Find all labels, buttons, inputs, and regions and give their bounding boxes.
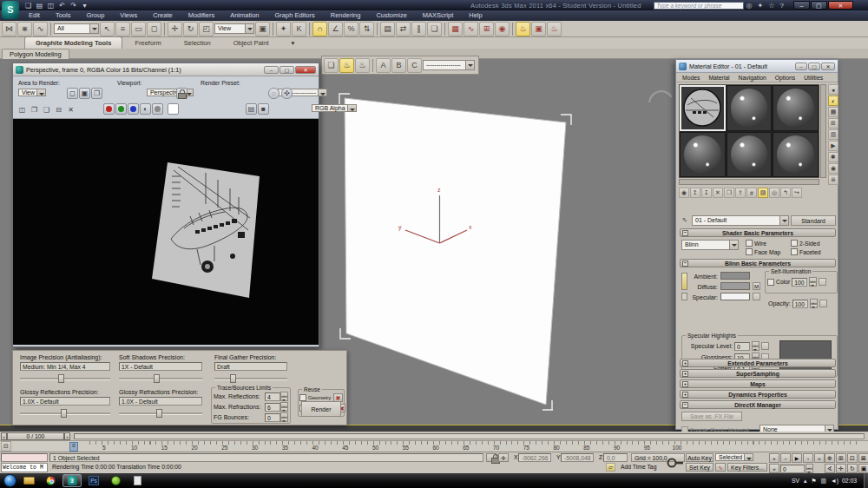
fg-bounces-field[interactable]: 0 bbox=[265, 413, 280, 422]
me-horizontal-scrollbar[interactable] bbox=[679, 179, 819, 185]
alpha-channel-icon[interactable] bbox=[152, 103, 163, 115]
sample-slot-1-selected[interactable] bbox=[680, 85, 726, 131]
taskbar-chrome-icon[interactable] bbox=[41, 474, 60, 487]
exposure-control-icon[interactable]: ■ bbox=[258, 103, 269, 115]
show-map-in-viewport-icon[interactable]: ▨ bbox=[758, 188, 768, 198]
diffuse-color-swatch[interactable] bbox=[720, 282, 750, 290]
time-tag-icon[interactable]: ▱ bbox=[606, 463, 615, 472]
unlink-selection-icon[interactable]: ⋇ bbox=[17, 22, 32, 36]
me-close-button[interactable]: ✕ bbox=[821, 63, 835, 70]
set-key-button[interactable]: Set Key bbox=[686, 463, 713, 472]
me-vertical-scrollbar[interactable] bbox=[820, 84, 826, 178]
specular-level-map-button[interactable] bbox=[761, 342, 769, 350]
favorites-icon[interactable]: ☆ bbox=[768, 2, 774, 10]
material-editor-icon[interactable]: ◉ bbox=[495, 22, 510, 36]
tab-freeform[interactable]: Freeform bbox=[124, 37, 171, 49]
show-end-result-icon[interactable]: ◎ bbox=[769, 188, 779, 198]
me-menu-utilities[interactable]: Utilities bbox=[799, 75, 827, 81]
zoom-extents-icon[interactable]: ⊡ bbox=[847, 453, 858, 463]
green-channel-icon[interactable] bbox=[115, 103, 127, 115]
zoom-icon[interactable]: ⊕ bbox=[825, 453, 835, 463]
subtab-polygon-modeling[interactable]: Polygon Modeling bbox=[2, 49, 69, 59]
fg-bounces-spinner[interactable] bbox=[280, 412, 288, 422]
zoom-all-icon[interactable]: ⊞ bbox=[836, 453, 846, 463]
percent-snap-icon[interactable]: % bbox=[344, 22, 358, 36]
soft-shadows-slider[interactable] bbox=[119, 374, 202, 383]
color-correction-icon[interactable]: ▤ bbox=[246, 103, 257, 115]
material-type-button[interactable]: Standard bbox=[791, 215, 836, 226]
search-icon[interactable]: ◎ bbox=[746, 2, 753, 10]
auto-region-icon[interactable]: ▣ bbox=[79, 88, 90, 99]
key-filters-button[interactable]: Key Filters... bbox=[727, 463, 767, 472]
specular-map-button[interactable] bbox=[753, 293, 760, 300]
material-name-dropdown[interactable]: 01 - Default bbox=[692, 215, 789, 226]
opacity-value-field[interactable]: 100 bbox=[792, 300, 808, 308]
me-menu-modes[interactable]: Modes bbox=[678, 75, 704, 81]
menu-tools[interactable]: Tools bbox=[48, 10, 79, 21]
self-illum-map-button[interactable] bbox=[819, 278, 826, 286]
copy-image-icon[interactable]: ❐ bbox=[29, 104, 40, 115]
get-material-icon[interactable]: ◉ bbox=[679, 188, 689, 198]
time-slider-track[interactable] bbox=[74, 433, 865, 439]
sample-slot-3[interactable] bbox=[773, 85, 819, 131]
menu-customize[interactable]: Customize bbox=[368, 10, 414, 21]
self-illum-value-field[interactable]: 100 bbox=[792, 278, 807, 287]
align-icon[interactable]: ∥ bbox=[411, 22, 426, 36]
specular-level-spinner[interactable] bbox=[752, 341, 760, 351]
previous-key-icon[interactable]: ‹ bbox=[780, 453, 791, 463]
rfw-titlebar[interactable]: Perspective, frame 0, RGBA Color 16 Bits… bbox=[13, 63, 319, 76]
menu-rendering[interactable]: Rendering bbox=[323, 10, 369, 21]
me-minimize-button[interactable]: – bbox=[795, 63, 807, 70]
go-to-end-icon[interactable]: » bbox=[814, 453, 825, 463]
final-gather-slider[interactable] bbox=[214, 374, 287, 383]
preset-b-icon[interactable]: B bbox=[391, 58, 406, 73]
current-frame-spinner[interactable] bbox=[806, 464, 813, 473]
go-to-parent-icon[interactable]: ↰ bbox=[780, 188, 791, 198]
track-bar-ruler[interactable]: 5101520253035404550556065707580859095100 bbox=[16, 441, 862, 452]
open-file-icon[interactable]: ▤ bbox=[36, 2, 43, 10]
pan-view-icon[interactable]: ✛ bbox=[836, 464, 846, 473]
save-fx-file-button[interactable]: Save as .FX File bbox=[681, 412, 742, 421]
sample-slot-4[interactable] bbox=[680, 132, 726, 178]
keyboard-shortcut-override-icon[interactable]: K bbox=[292, 22, 306, 36]
render-setup-icon[interactable]: ♨ bbox=[516, 22, 530, 36]
selection-lock-toggle[interactable] bbox=[486, 453, 496, 462]
spinner-snap-icon[interactable]: ⇅ bbox=[359, 22, 374, 36]
subscription-icon[interactable]: ✦ bbox=[758, 2, 764, 10]
clone-rendered-frame-icon[interactable]: ❑ bbox=[41, 104, 52, 115]
blinn-basic-parameters-rollout[interactable]: −Blinn Basic Parameters bbox=[680, 259, 836, 267]
glossy-refractions-slider[interactable] bbox=[119, 409, 202, 418]
absolute-mode-toggle-icon[interactable]: ✛ bbox=[498, 453, 509, 462]
taskbar-green-app-icon[interactable] bbox=[106, 474, 125, 487]
undo-icon[interactable]: ↶ bbox=[58, 2, 66, 10]
z-coordinate-field[interactable]: 0,0 bbox=[603, 453, 628, 462]
background-color-swatch[interactable] bbox=[168, 103, 179, 115]
max-refractions-spinner[interactable] bbox=[280, 402, 288, 412]
named-selection-sets-icon[interactable]: ▤ bbox=[380, 22, 395, 36]
diffuse-map-button[interactable]: M bbox=[753, 282, 760, 290]
language-indicator[interactable]: SV bbox=[792, 478, 799, 484]
shader-type-dropdown[interactable]: Blinn bbox=[681, 240, 739, 250]
specular-level-field[interactable]: 0 bbox=[734, 342, 750, 351]
viewcube-icon[interactable] bbox=[649, 91, 672, 102]
render-button[interactable]: Render bbox=[301, 401, 341, 417]
channel-display-dropdown[interactable]: RGB Alpha bbox=[312, 104, 357, 112]
close-button[interactable]: ✕ bbox=[828, 1, 853, 10]
menu-maxscript[interactable]: MAXScript bbox=[415, 10, 461, 21]
render-production-icon[interactable]: ♨ bbox=[547, 22, 562, 36]
opacity-spinner[interactable] bbox=[810, 299, 818, 308]
select-and-scale-icon[interactable]: ◰ bbox=[199, 22, 214, 36]
plane-object[interactable] bbox=[345, 98, 566, 405]
quick-access-flyout-icon[interactable]: ▾ bbox=[81, 2, 89, 10]
self-illum-spinner[interactable] bbox=[809, 277, 817, 287]
specular-color-swatch[interactable] bbox=[720, 293, 750, 300]
minimize-button[interactable]: – bbox=[793, 1, 810, 10]
render-setup-shortcut-icon[interactable]: ❏ bbox=[324, 58, 339, 73]
ambient-color-swatch[interactable] bbox=[720, 272, 750, 280]
material-editor-options-icon[interactable]: ✱ bbox=[828, 152, 838, 162]
edit-region-icon[interactable]: ◻ bbox=[67, 88, 78, 99]
quick-render-icon[interactable]: ♨ bbox=[339, 58, 354, 73]
select-by-name-icon[interactable]: ≡ bbox=[115, 22, 130, 36]
taskbar-3dsmax-icon[interactable]: 3 bbox=[62, 474, 82, 487]
menu-graph-editors[interactable]: Graph Editors bbox=[267, 10, 323, 21]
